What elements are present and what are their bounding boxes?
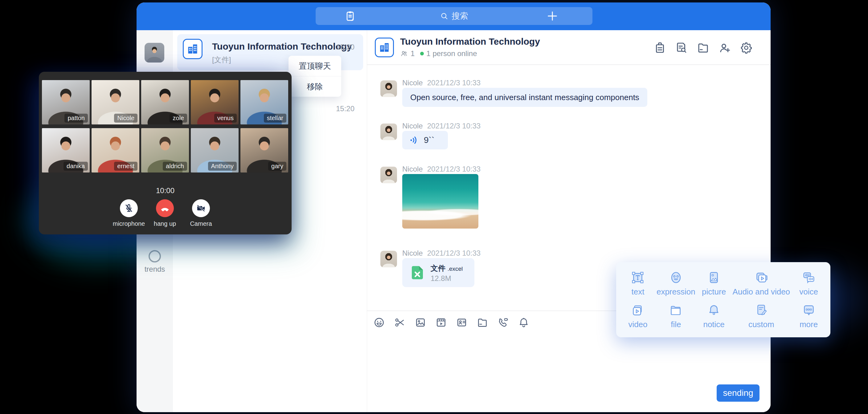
- microphone-mute-button[interactable]: [120, 199, 138, 217]
- participant-tile[interactable]: ernest: [92, 128, 139, 172]
- trends-icon: [149, 250, 161, 262]
- panel-item-file[interactable]: file: [656, 300, 695, 332]
- call-timer: 10:00: [39, 186, 291, 195]
- image-icon[interactable]: [414, 317, 426, 328]
- user-avatar[interactable]: [145, 43, 164, 63]
- message-time: 2021/12/3 10:33: [427, 122, 481, 130]
- participant-tile[interactable]: patton: [42, 80, 90, 124]
- sender-avatar[interactable]: [380, 167, 397, 183]
- folder-icon: [669, 303, 683, 317]
- participant-name: patton: [64, 114, 88, 123]
- search-placeholder: 搜索: [452, 10, 468, 22]
- voice-wave-icon: [409, 135, 420, 146]
- panel-item-more[interactable]: more: [790, 300, 827, 332]
- participant-tile[interactable]: Anthony: [191, 128, 239, 172]
- sender-avatar[interactable]: [380, 251, 397, 267]
- message-toolbar: [373, 317, 530, 328]
- sender-avatar[interactable]: [380, 81, 397, 97]
- image-message-thumbnail[interactable]: [402, 174, 478, 229]
- building-icon: [186, 43, 199, 55]
- panel-item-label: voice: [799, 287, 818, 297]
- video-call-icon[interactable]: [497, 317, 509, 328]
- notification-bell-icon[interactable]: [518, 317, 530, 328]
- voice-message-bubble[interactable]: 9``: [402, 131, 448, 150]
- panel-item-expression[interactable]: expression: [656, 267, 695, 300]
- sender-name: Nicole: [402, 78, 423, 87]
- video-play-icon: [631, 303, 645, 317]
- file-message-card[interactable]: 文件 .excel 12.8M: [402, 258, 474, 287]
- online-dot: [420, 52, 424, 56]
- panel-item-label: file: [671, 320, 681, 329]
- panel-item-label: video: [628, 320, 647, 329]
- participant-tile[interactable]: danika: [42, 128, 90, 172]
- sender-name: Nicole: [402, 165, 423, 173]
- file-icon[interactable]: [476, 317, 488, 328]
- participant-grid: patton Nicole zole venus stellar danika …: [42, 80, 288, 172]
- group-files-icon[interactable]: [696, 41, 710, 54]
- video-icon[interactable]: [435, 317, 447, 328]
- trends-label: trends: [136, 265, 173, 274]
- settings-gear-icon[interactable]: [740, 41, 753, 54]
- voice-icon: [802, 270, 816, 285]
- emoji-icon[interactable]: [373, 317, 385, 328]
- send-button[interactable]: sending: [717, 384, 760, 402]
- contact-card-icon[interactable]: [456, 317, 468, 328]
- app-top-bar: 搜索: [136, 2, 771, 30]
- text-icon: [631, 270, 645, 285]
- microphone-muted-icon: [124, 203, 134, 214]
- sender-name: Nicole: [402, 122, 423, 130]
- panel-item-label: expression: [656, 287, 695, 297]
- participant-name: danika: [63, 162, 88, 171]
- screenshot-scissors-icon[interactable]: [394, 317, 406, 328]
- conversation-preview: [文件]: [212, 55, 231, 65]
- chat-main-panel: Tuoyun Information Technology 1 1 person…: [367, 30, 771, 412]
- chat-history-search-icon[interactable]: [675, 41, 688, 54]
- context-menu: 置顶聊天 移除: [288, 56, 341, 97]
- file-extension: .excel: [447, 265, 463, 272]
- more-bubble-icon: [802, 303, 816, 317]
- screen: 搜索 trends Tuoyun Information Technology …: [0, 0, 868, 414]
- participant-tile[interactable]: Nicole: [92, 80, 139, 124]
- panel-item-voice[interactable]: voice: [790, 267, 827, 300]
- expression-icon: [669, 270, 683, 285]
- menu-item-pin-chat[interactable]: 置顶聊天: [288, 56, 341, 76]
- participant-tile[interactable]: zole: [141, 80, 189, 124]
- chat-subtitle: 1 1 person online: [400, 49, 477, 58]
- text-message-bubble[interactable]: Open source, free, and universal instant…: [402, 88, 647, 107]
- sender-avatar[interactable]: [380, 124, 397, 140]
- notice-bell-icon: [707, 303, 721, 317]
- participant-tile[interactable]: aldrich: [141, 128, 189, 172]
- group-notice-icon[interactable]: [653, 41, 666, 54]
- search-bar[interactable]: 搜索: [316, 7, 592, 25]
- menu-item-remove[interactable]: 移除: [288, 76, 341, 97]
- participant-tile[interactable]: stellar: [241, 80, 288, 124]
- nav-item-trends[interactable]: trends: [136, 250, 173, 274]
- camera-muted-icon: [196, 203, 206, 214]
- message-time: 2021/12/3 10:33: [427, 249, 481, 257]
- participant-name: Nicole: [114, 114, 137, 123]
- panel-item-custom[interactable]: custom: [733, 300, 790, 332]
- voice-duration: 9``: [424, 135, 434, 145]
- message-time: 2021/12/3 10:33: [427, 165, 481, 173]
- group-avatar: [375, 38, 394, 57]
- participant-name: Anthony: [208, 162, 237, 171]
- video-call-overlay: patton Nicole zole venus stellar danika …: [39, 72, 291, 234]
- add-icon[interactable]: [546, 10, 559, 22]
- panel-item-label: text: [631, 287, 645, 297]
- hang-up-button[interactable]: [156, 199, 174, 217]
- add-member-icon[interactable]: [718, 41, 731, 54]
- participant-tile[interactable]: venus: [191, 80, 239, 124]
- conversation-time: 15:20: [336, 43, 354, 52]
- panel-item-picture[interactable]: picture: [695, 267, 733, 300]
- participant-tile[interactable]: gary: [241, 128, 288, 172]
- conversation-title: Tuoyun Information Technology: [212, 41, 342, 52]
- sender-name: Nicole: [402, 249, 423, 257]
- panel-item-text[interactable]: text: [619, 267, 656, 300]
- participant-name: ernest: [114, 162, 137, 171]
- panel-item-notice[interactable]: notice: [695, 300, 733, 332]
- participant-name: zole: [169, 114, 187, 123]
- camera-toggle-button[interactable]: [192, 199, 210, 217]
- online-status: 1 person online: [426, 49, 477, 58]
- panel-item-audio-video[interactable]: Audio and video: [733, 267, 790, 300]
- panel-item-video[interactable]: video: [619, 300, 656, 332]
